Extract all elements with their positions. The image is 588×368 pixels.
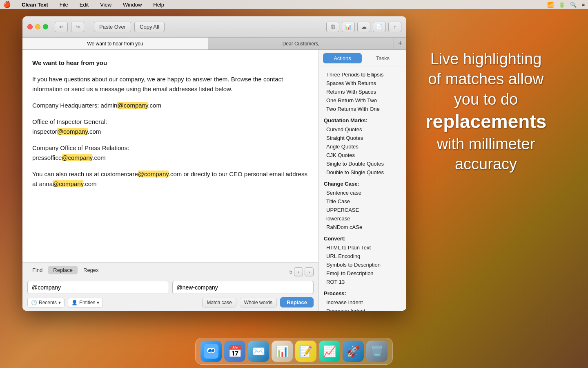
action-curved-quotes[interactable]: Curved Quotes (324, 125, 401, 134)
action-spaces-with-returns[interactable]: Spaces With Returns (324, 79, 401, 88)
menu-file[interactable]: File (57, 1, 71, 9)
section-label-convert: Convert: (324, 236, 401, 242)
action-double-to-single[interactable]: Double to Single Quotes (324, 168, 401, 177)
copy-all-button[interactable]: Copy All (134, 22, 165, 32)
para3-line2-highlight: @company (57, 128, 88, 135)
match-case-button[interactable]: Match case (202, 298, 236, 307)
tab-1[interactable]: Dear Customers, (208, 38, 394, 49)
cloud-button[interactable]: ☁ (357, 22, 370, 32)
tab-0-label: We want to hear from you (87, 41, 143, 47)
apple-menu[interactable]: 🍎 (3, 1, 11, 8)
promo-line5: with millimeter (437, 135, 535, 153)
list-icon: ≡ (581, 2, 585, 8)
find-tab[interactable]: Find (27, 266, 47, 274)
action-decrease-indent[interactable]: Decrease Indent (324, 307, 401, 311)
replace-tab[interactable]: Replace (48, 266, 78, 274)
dock: 📅 ✉️ 📊 📝 📈 🚀 🗑️ (195, 338, 393, 365)
action-single-to-double[interactable]: Single to Double Quotes (324, 159, 401, 168)
action-html-to-plain[interactable]: HTML to Plain Text (324, 243, 401, 252)
prev-match-button[interactable]: ‹ (294, 267, 303, 276)
dock-finder[interactable] (200, 341, 222, 362)
menu-window[interactable]: Window (120, 1, 144, 9)
document-button[interactable]: 📄 (373, 22, 386, 32)
action-two-returns-one[interactable]: Two Returns With One (324, 105, 401, 113)
menu-edit[interactable]: Edit (77, 1, 91, 9)
entities-label: Entities (79, 300, 95, 305)
action-title-case[interactable]: Title Case (324, 197, 401, 206)
find-replace-bottom: 🕐 Recents ▾ 👤 Entities ▾ Match case Whol… (27, 297, 314, 307)
next-match-button[interactable]: › (305, 267, 314, 276)
dock-launchpad[interactable]: 🚀 (343, 341, 364, 362)
find-replace-inputs (27, 281, 314, 294)
add-tab-button[interactable]: + (394, 38, 406, 49)
dock-keynote[interactable]: 📊 (272, 341, 293, 362)
para3-prefix: Office of Inspector General: (32, 118, 107, 125)
redo-button[interactable]: ↪ (71, 22, 84, 32)
promo-line3: you to do (454, 91, 518, 108)
tab-0[interactable]: We want to hear from you (22, 38, 208, 49)
minimize-button[interactable] (35, 24, 40, 29)
para2-prefix: Company Headquarters: admin (32, 102, 117, 109)
wifi-icon: 📶 (547, 2, 554, 8)
para4-line2-suffix: .com (92, 154, 106, 161)
entities-icon: 👤 (71, 300, 78, 305)
tasks-tab[interactable]: Tasks (363, 53, 402, 63)
dock-app2[interactable]: 📅 (224, 341, 245, 362)
action-sentence-case[interactable]: Sentence case (324, 188, 401, 197)
close-button[interactable] (27, 24, 33, 29)
paste-over-button[interactable]: Paste Over (94, 22, 131, 32)
section-label-process: Process: (324, 290, 401, 296)
section-label-case: Change Case: (324, 181, 401, 187)
action-one-return-two[interactable]: One Return With Two (324, 96, 401, 105)
recents-dropdown[interactable]: 🕐 Recents ▾ (27, 298, 65, 307)
promo-line6: accuracy (455, 155, 517, 173)
fr-bottom-left: 🕐 Recents ▾ 👤 Entities ▾ (27, 298, 103, 307)
action-cjk-quotes[interactable]: CJK Quotes (324, 151, 401, 159)
battery-icon: 🔋 (559, 2, 565, 8)
entities-dropdown[interactable]: 👤 Entities ▾ (68, 298, 103, 307)
action-returns-with-spaces[interactable]: Returns With Spaces (324, 88, 401, 96)
action-emoji-to-desc[interactable]: Emoji to Description (324, 269, 401, 278)
action-random-case[interactable]: RaNDom cASe (324, 223, 401, 231)
replace-button[interactable]: Replace (280, 297, 314, 307)
para4: Company Office of Press Relations: press… (32, 143, 309, 163)
dock-numbers[interactable]: 📈 (319, 341, 340, 362)
delete-button[interactable]: 🗑 (326, 22, 339, 32)
action-lowercase[interactable]: lowercase (324, 214, 401, 223)
find-input[interactable] (27, 281, 169, 294)
action-url-encoding[interactable]: URL Encoding (324, 252, 401, 260)
action-rot13[interactable]: ROT 13 (324, 278, 401, 286)
action-straight-quotes[interactable]: Straight Quotes (324, 134, 401, 142)
recents-label: Recents (39, 300, 57, 305)
action-three-periods[interactable]: Three Periods to Ellipsis (324, 70, 401, 79)
share-button[interactable]: ↑ (388, 22, 401, 32)
replace-input[interactable] (172, 281, 314, 294)
whole-words-button[interactable]: Whole words (240, 298, 277, 307)
menu-help[interactable]: Help (151, 1, 167, 9)
sidebar-content: Three Periods to Ellipsis Spaces With Re… (319, 67, 406, 311)
para5-highlight: @company (138, 171, 169, 177)
actions-tab[interactable]: Actions (323, 53, 362, 63)
dock-mail[interactable]: ✉️ (248, 341, 269, 362)
chart-button[interactable]: 📊 (342, 22, 355, 32)
search-icon[interactable]: 🔍 (570, 2, 577, 8)
undo-button[interactable]: ↩ (55, 22, 68, 32)
action-increase-indent[interactable]: Increase Indent (324, 298, 401, 307)
action-angle-quotes[interactable]: Angle Quotes (324, 142, 401, 151)
regex-tab[interactable]: Regex (78, 266, 104, 274)
main-content: We want to hear from you If you have que… (22, 50, 406, 311)
text-content[interactable]: We want to hear from you If you have que… (22, 50, 318, 262)
para1: If you have questions about our company,… (32, 74, 309, 94)
svg-point-6 (212, 349, 213, 350)
maximize-button[interactable] (43, 24, 48, 29)
action-uppercase[interactable]: UPPERCASE (324, 206, 401, 214)
menu-bar-right: 📶 🔋 🔍 ≡ (547, 2, 585, 8)
menu-view[interactable]: View (98, 1, 114, 9)
para4-prefix: Company Office of Press Relations: (32, 144, 129, 151)
dock-stickies[interactable]: 📝 (295, 341, 316, 362)
text-area: We want to hear from you If you have que… (22, 50, 318, 311)
dock-trash[interactable]: 🗑️ (366, 341, 388, 362)
action-symbols-to-desc[interactable]: Symbols to Description (324, 260, 401, 269)
promo-line2: of matches allow (428, 70, 543, 88)
app-name[interactable]: Clean Text (19, 1, 51, 9)
